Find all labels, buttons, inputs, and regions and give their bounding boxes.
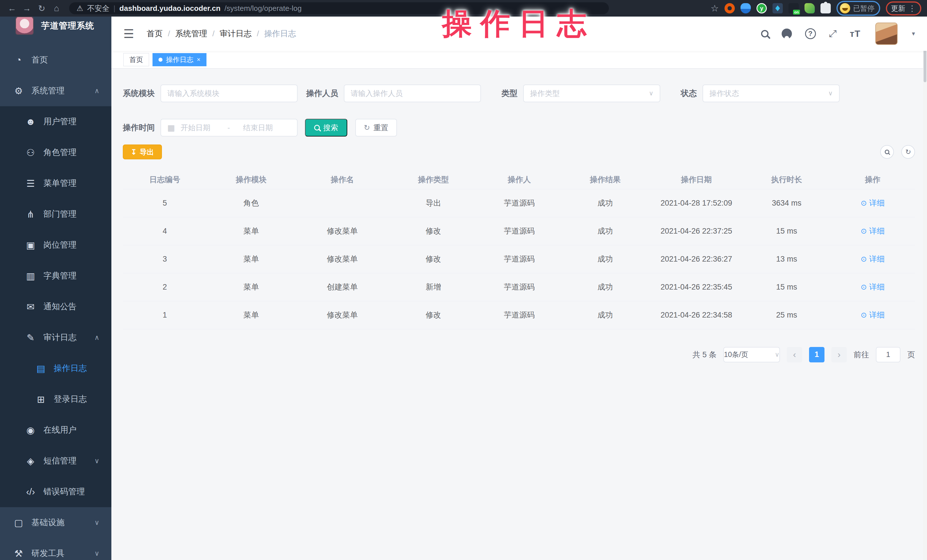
- date-range-picker[interactable]: ▦ 开始日期 - 结束日期: [161, 119, 298, 137]
- bookmark-star-icon[interactable]: ☆: [711, 3, 719, 14]
- browser-reload-icon[interactable]: ↻: [35, 2, 48, 15]
- sidebar-item-post-mgmt[interactable]: ▣ 岗位管理: [0, 229, 111, 260]
- detail-link[interactable]: ⊙详细: [861, 282, 885, 292]
- extension-gem-icon[interactable]: [772, 3, 783, 14]
- sidebar-item-user-mgmt[interactable]: ☻ 用户管理: [0, 106, 111, 137]
- current-page-button[interactable]: 1: [809, 347, 824, 363]
- font-size-icon[interactable]: тT: [850, 29, 860, 39]
- refresh-icon: ↻: [364, 123, 370, 132]
- sidebar-item-label: 菜单管理: [43, 178, 76, 189]
- sidebar-item-system-mgmt[interactable]: ⚙ 系统管理 ∧: [0, 75, 111, 106]
- col-name: 操作名: [296, 170, 389, 189]
- extension-green-icon[interactable]: y: [757, 3, 767, 14]
- module-input[interactable]: [167, 89, 291, 98]
- sidebar: 芋道管理系统 ◔ 首页 ⚙ 系统管理 ∧ ☻ 用户管理 ⚇ 角色管: [0, 17, 111, 560]
- search-icon: [885, 150, 889, 154]
- sidebar-item-audit-log[interactable]: ✎ 审计日志 ∧: [0, 322, 111, 353]
- shield-icon: ◈: [24, 455, 37, 467]
- sidebar-item-operate-log[interactable]: ▤ 操作日志: [0, 353, 111, 384]
- extensions-puzzle-icon[interactable]: [821, 3, 831, 14]
- sidebar-item-dept-mgmt[interactable]: ⋔ 部门管理: [0, 199, 111, 229]
- extension-paused-badge[interactable]: 已暂停: [836, 1, 880, 16]
- roles-icon: ⚇: [24, 147, 37, 158]
- extension-dark-icon[interactable]: on: [789, 3, 799, 14]
- help-icon[interactable]: ?: [805, 28, 816, 39]
- search-button[interactable]: 搜索: [305, 119, 347, 137]
- breadcrumb-system[interactable]: 系统管理: [175, 28, 207, 39]
- sidebar-item-dict-mgmt[interactable]: ▥ 字典管理: [0, 260, 111, 291]
- app-shell: 芋道管理系统 ◔ 首页 ⚙ 系统管理 ∧ ☻ 用户管理 ⚇ 角色管: [0, 17, 927, 560]
- page-size-select[interactable]: 10条/页 ∨: [723, 347, 780, 363]
- tab-home[interactable]: 首页: [123, 53, 149, 66]
- operator-input[interactable]: [351, 89, 474, 98]
- browser-update-button[interactable]: 更新 ⋮: [886, 2, 921, 15]
- extension-leaf-icon[interactable]: [804, 3, 815, 14]
- breadcrumb-audit[interactable]: 审计日志: [220, 28, 252, 39]
- sidebar-item-sms-mgmt[interactable]: ◈ 短信管理 ∨: [0, 446, 111, 477]
- sidebar-item-dev-tools[interactable]: ⚒ 研发工具 ∨: [0, 538, 111, 560]
- table-toolbar: ↧ 导出 ↻: [123, 144, 915, 159]
- browser-menu-icon[interactable]: ⋮: [908, 4, 916, 13]
- tab-close-icon[interactable]: ×: [197, 56, 201, 64]
- sidebar-item-errorcode-mgmt[interactable]: ‹/› 错误码管理: [0, 477, 111, 507]
- breadcrumb-home[interactable]: 首页: [147, 28, 163, 39]
- github-icon[interactable]: [782, 29, 792, 39]
- export-button[interactable]: ↧ 导出: [123, 144, 162, 159]
- sidebar-item-infrastructure[interactable]: ▢ 基础设施 ∨: [0, 507, 111, 538]
- goto-page-input[interactable]: [876, 347, 900, 363]
- sidebar-item-label: 系统管理: [31, 85, 65, 97]
- filter-module: 系统模块: [123, 85, 298, 102]
- refresh-table-button[interactable]: ↻: [901, 145, 915, 159]
- extension-pin-icon[interactable]: [740, 3, 751, 14]
- chevron-down-icon: ∨: [94, 519, 99, 527]
- sidebar-item-home[interactable]: ◔ 首页: [0, 44, 111, 75]
- page-scrollbar[interactable]: [923, 17, 927, 560]
- extension-orange-icon[interactable]: [725, 3, 735, 14]
- browser-home-icon[interactable]: ⌂: [50, 2, 63, 15]
- sidebar-item-label: 审计日志: [43, 332, 76, 343]
- avatar-caret-down-icon[interactable]: ▾: [912, 30, 915, 37]
- status-select[interactable]: 操作状态 ∨: [702, 85, 840, 102]
- fullscreen-icon[interactable]: ⤢: [829, 28, 837, 39]
- sidebar-item-menu-mgmt[interactable]: ☰ 菜单管理: [0, 168, 111, 199]
- detail-link[interactable]: ⊙详细: [861, 198, 885, 208]
- calendar-icon: ▦: [167, 123, 175, 132]
- eye-icon: ⊙: [861, 227, 867, 235]
- app-title: 芋道管理系统: [41, 20, 94, 32]
- show-search-toggle-button[interactable]: [880, 145, 894, 159]
- start-date-placeholder: 开始日期: [181, 123, 210, 133]
- module-input-box: [161, 85, 298, 102]
- sidebar-item-notice[interactable]: ✉ 通知公告: [0, 291, 111, 322]
- type-select[interactable]: 操作类型 ∨: [523, 85, 660, 102]
- browser-forward-icon[interactable]: →: [21, 2, 33, 15]
- reset-button[interactable]: ↻ 重置: [355, 119, 397, 137]
- tab-label: 首页: [129, 55, 143, 64]
- paused-label: 已暂停: [853, 4, 874, 13]
- toolbox-icon: ⚒: [12, 548, 25, 559]
- prev-page-button[interactable]: ‹: [787, 347, 802, 363]
- badge-icon: ▣: [24, 240, 37, 251]
- security-warning-icon: ⚠: [76, 4, 83, 13]
- sidebar-collapse-icon[interactable]: ☰: [123, 27, 134, 41]
- breadcrumb-separator: /: [212, 29, 214, 38]
- page-content: 系统模块 操作人员 类型 操作类型: [111, 68, 927, 560]
- next-page-button[interactable]: ›: [831, 347, 847, 363]
- sidebar-item-online-users[interactable]: ◉ 在线用户: [0, 415, 111, 446]
- detail-link[interactable]: ⊙详细: [861, 254, 885, 264]
- filter-row-1: 系统模块 操作人员 类型 操作类型: [123, 85, 915, 102]
- eye-icon: ⊙: [861, 311, 867, 320]
- dashboard-icon: ◔: [12, 55, 25, 65]
- user-avatar[interactable]: [875, 23, 898, 45]
- sidebar-item-login-log[interactable]: ⊞ 登录日志: [0, 384, 111, 415]
- tab-operate-log[interactable]: 操作日志 ×: [152, 53, 207, 66]
- online-signal-icon: ◉: [24, 425, 37, 436]
- col-type: 操作类型: [389, 170, 478, 189]
- sidebar-item-role-mgmt[interactable]: ⚇ 角色管理: [0, 137, 111, 168]
- eye-icon: ⊙: [861, 283, 867, 291]
- browser-back-icon[interactable]: ←: [6, 2, 18, 15]
- detail-link[interactable]: ⊙详细: [861, 310, 885, 320]
- app-logo[interactable]: 芋道管理系统: [0, 17, 111, 35]
- search-icon[interactable]: [761, 30, 769, 37]
- detail-link[interactable]: ⊙详细: [861, 226, 885, 236]
- breadcrumb: 首页 / 系统管理 / 审计日志 / 操作日志: [147, 28, 296, 39]
